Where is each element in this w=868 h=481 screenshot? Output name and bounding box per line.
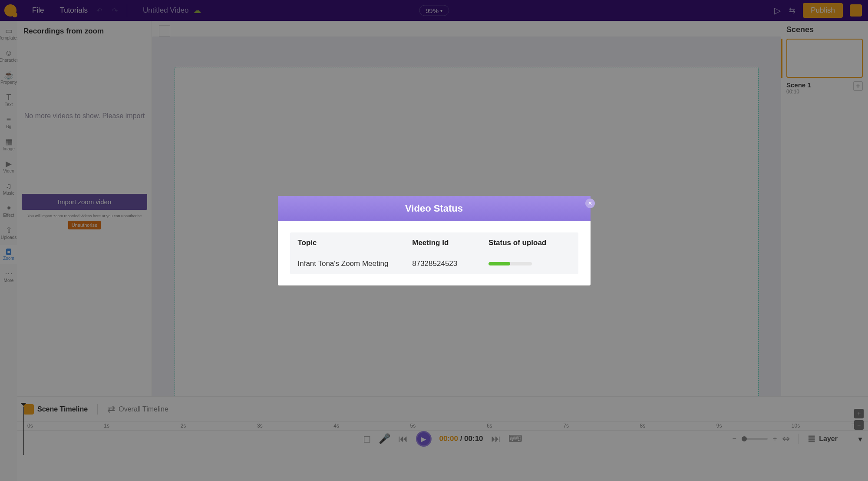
col-header-status: Status of upload [488,239,570,247]
col-header-topic: Topic [298,239,413,247]
cell-meeting: 87328524523 [412,259,488,268]
modal-title: Video Status [278,196,591,221]
video-status-table: Topic Meeting Id Status of upload Infant… [290,232,578,274]
upload-progress [488,262,532,265]
modal-body: Topic Meeting Id Status of upload Infant… [278,221,591,285]
table-row: Infant Tona's Zoom Meeting 87328524523 [290,253,578,274]
upload-progress-fill [488,262,510,265]
video-status-modal: Video Status ✕ Topic Meeting Id Status o… [278,196,591,285]
cell-status [488,259,570,268]
modal-close-button[interactable]: ✕ [585,199,595,208]
modal-overlay[interactable]: Video Status ✕ Topic Meeting Id Status o… [0,0,868,481]
col-header-meeting: Meeting Id [412,239,488,247]
table-header-row: Topic Meeting Id Status of upload [290,232,578,253]
cell-topic: Infant Tona's Zoom Meeting [298,259,413,268]
